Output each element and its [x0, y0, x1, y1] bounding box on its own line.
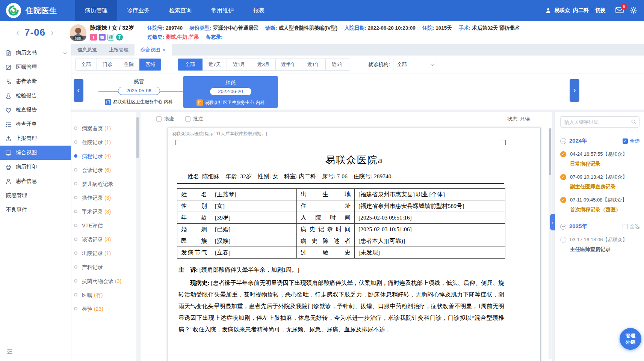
- collapse-panel-handle[interactable]: ‹: [550, 214, 555, 230]
- current-user[interactable]: 易联众 内二科 切换: [545, 7, 606, 14]
- nav-item-record-management[interactable]: 病历管理: [75, 0, 117, 21]
- record-entry-item[interactable]: 03-17 16:18:06【易联众】 主任医师查房记录: [560, 236, 639, 253]
- select-all-2025[interactable]: 全选: [623, 223, 639, 230]
- cell-value: [女]: [211, 200, 297, 212]
- page-margin-mark: [501, 140, 506, 145]
- record-type-item[interactable]: 谈话记录(3): [71, 233, 135, 247]
- timeline-prev-button[interactable]: ‹: [74, 79, 83, 102]
- document-subtitle: 姓名: 陈细妹 年龄: 32岁 性别: 女 科室: 内二科 床号: 7-06 住…: [177, 173, 504, 184]
- sidebar-item-exam-orders[interactable]: 检查开单: [0, 117, 71, 131]
- sidebar-item-record-print[interactable]: 病历打印: [0, 160, 71, 174]
- record-type-item[interactable]: VTE评估: [71, 219, 135, 233]
- filter-range-1m[interactable]: 近1月: [227, 59, 251, 71]
- sidebar-item-patient-info[interactable]: 患者信息: [0, 174, 71, 188]
- sidebar-item-patient-diagnosis[interactable]: 患者诊断: [0, 74, 71, 89]
- user-dept: 内二科: [573, 7, 589, 14]
- record-type-item[interactable]: 手术记录(3): [71, 205, 135, 219]
- filter-scope-all[interactable]: 全部: [75, 59, 97, 71]
- record-count: (3): [104, 209, 111, 215]
- settings-gear-icon[interactable]: [630, 6, 637, 15]
- org-select[interactable]: 全部: [393, 59, 437, 70]
- timeline-event-ganmao[interactable]: 感冒 2025-05-06 门 易联众社区卫生服务中心 内科: [98, 78, 179, 105]
- select-all-2024[interactable]: ✓ 全选: [623, 138, 639, 144]
- filter-range-6m[interactable]: 近半年: [275, 59, 301, 71]
- viewer-scrollbar[interactable]: [549, 128, 552, 359]
- record-type-item[interactable]: 操作记录(3): [71, 191, 135, 205]
- checked-circle-icon[interactable]: ✓: [560, 174, 566, 180]
- record-type-item[interactable]: 医嘱(有): [71, 288, 135, 302]
- nav-item-search-query[interactable]: 检索查询: [159, 0, 201, 21]
- timeline-event-feiyan[interactable]: 肺炎 2022-06-20 住 易联众社区卫生服务中心 内科: [183, 76, 278, 108]
- collapse-group-icon[interactable]: [560, 224, 566, 230]
- collapse-sidebar-icon[interactable]: [7, 349, 13, 356]
- event-date-pill[interactable]: 2022-06-20: [210, 87, 252, 96]
- sidebar-item-infection-management[interactable]: 院感管理: [0, 188, 71, 203]
- record-type-item[interactable]: 出院记录(1): [71, 247, 135, 260]
- sidebar-item-order-management[interactable]: 医嘱管理: [0, 60, 71, 74]
- sidebar-item-adverse-events[interactable]: 不良事件: [0, 203, 71, 217]
- record-type-item[interactable]: 产科记录: [71, 260, 135, 274]
- record-type-item[interactable]: 检验(23): [71, 302, 135, 316]
- search-input[interactable]: [560, 116, 639, 128]
- nav-item-common-maintenance[interactable]: 常用维护: [201, 0, 243, 21]
- sidebar-item-report-management[interactable]: 上报管理: [0, 131, 71, 146]
- checkbox-icon[interactable]: [156, 116, 162, 122]
- event-org: 易联众社区卫生服务中心 内科: [205, 99, 265, 106]
- scrollbar-thumb[interactable]: [136, 117, 139, 158]
- timeline-next-button[interactable]: ›: [570, 79, 579, 102]
- mail-icon[interactable]: 8: [615, 7, 624, 15]
- filter-range-3m[interactable]: 近3月: [251, 59, 276, 71]
- event-date-pill[interactable]: 2025-05-06: [118, 87, 160, 95]
- sidebar-item-exam-reports[interactable]: 检查报告: [0, 103, 71, 117]
- year-label[interactable]: 2025年: [569, 223, 587, 230]
- close-tab-icon[interactable]: ×: [163, 48, 166, 53]
- filter-scope-region[interactable]: 区域: [139, 59, 161, 71]
- nav-item-reports[interactable]: 报表: [243, 0, 274, 21]
- record-entry-item[interactable]: ✓ 07-09 10:13:42【易联众】 副主任医师查房记录: [560, 174, 639, 190]
- record-type-item[interactable]: 抗菌药物会诊(3): [71, 274, 135, 288]
- collapse-group-icon[interactable]: [560, 138, 566, 144]
- scrollbar-thumb[interactable]: [549, 128, 551, 175]
- record-list-scrollbar[interactable]: [136, 112, 139, 361]
- switch-user-button[interactable]: 切换: [595, 7, 606, 14]
- filter-range-7d[interactable]: 近7天: [202, 59, 227, 71]
- tab-report-management[interactable]: 上报管理: [103, 44, 135, 56]
- trace-checkbox[interactable]: 痕迹: [156, 116, 174, 122]
- record-type-item-active[interactable]: 病程记录(4): [71, 149, 135, 163]
- checked-circle-icon[interactable]: ✓: [560, 151, 566, 157]
- filter-scope-inpatient[interactable]: 住院: [118, 59, 140, 71]
- sidebar-item-medical-documents[interactable]: 病历文书: [0, 46, 71, 60]
- manage-external-links-button[interactable]: 管理外链: [620, 328, 641, 350]
- annotation-checkbox[interactable]: 批注: [185, 116, 203, 122]
- next-patient-button[interactable]: ›: [51, 28, 54, 37]
- checkbox-icon[interactable]: ✓: [623, 138, 628, 144]
- record-count: (有): [94, 292, 103, 298]
- sidebar-item-lab-reports[interactable]: 检验报告: [0, 89, 71, 103]
- record-type-item[interactable]: 会诊记录(6): [71, 163, 135, 177]
- checkbox-icon[interactable]: [185, 116, 190, 122]
- tab-info-overview[interactable]: 信息总览: [71, 44, 103, 56]
- record-entry-item[interactable]: ✓ 07-11 09:45:08【易联众】 首次病程记录（西医）: [560, 197, 639, 213]
- prev-patient-button[interactable]: ‹: [16, 28, 19, 37]
- filter-range-all[interactable]: 全部: [178, 59, 203, 71]
- record-entry-item[interactable]: ✓ 04-24 16:57:55【易联众】 日常病程记录: [560, 151, 639, 167]
- sidebar-item-comprehensive-view[interactable]: 综合视图: [0, 146, 71, 160]
- sidebar-item-label: 检验报告: [16, 92, 37, 99]
- filter-scope-outpatient[interactable]: 门诊: [97, 59, 118, 71]
- timeline-dot: [74, 140, 77, 144]
- checked-circle-icon[interactable]: ✓: [560, 197, 566, 203]
- tab-comprehensive-view[interactable]: 综合视图 ×: [135, 44, 172, 56]
- unchecked-circle-icon[interactable]: [560, 237, 566, 243]
- patient-avatar[interactable]: 切换: [70, 24, 86, 41]
- filter-range-1y[interactable]: 近1年: [301, 59, 326, 71]
- filter-range-5y[interactable]: 近5年: [325, 59, 350, 71]
- nav-item-clinical-business[interactable]: 诊疗业务: [117, 0, 159, 21]
- record-type-item[interactable]: 病案首页(1): [71, 122, 135, 135]
- record-type-item[interactable]: 婴儿病程记录: [71, 177, 135, 191]
- hpi-label: 现病史:: [190, 280, 210, 286]
- checkbox-icon[interactable]: [623, 224, 628, 229]
- surgery-info: 术后第32天 肾折叠术: [472, 25, 520, 31]
- year-label[interactable]: 2024年: [569, 137, 587, 144]
- record-type-item[interactable]: 住院记录(1): [71, 135, 135, 149]
- allergy-label: 过敏史:: [147, 34, 164, 40]
